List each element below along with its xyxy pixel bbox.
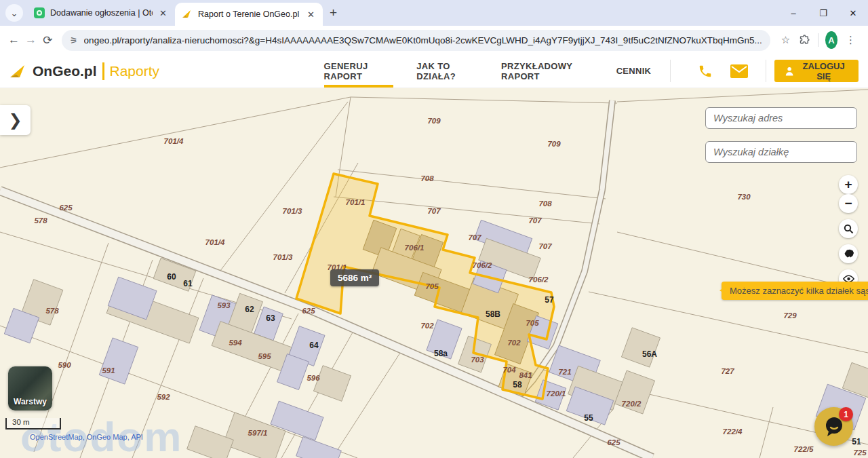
parcel-number-label: 578 — [34, 216, 47, 225]
house-number-label: 58B — [486, 309, 500, 319]
magnifier-icon — [844, 224, 854, 234]
parcel-number-label: 709 — [547, 140, 560, 148]
poland-icon — [843, 248, 854, 259]
parcel-number-label: 702 — [507, 339, 520, 347]
chat-notification-badge: 1 — [839, 407, 853, 421]
main-nav: GENERUJ RAPORT JAK TO DZIAŁA? PRZYKŁADOW… — [324, 54, 652, 88]
parcel-number-label: 706/2 — [529, 275, 549, 284]
ongeo-logo[interactable]: OnGeo.pl Raporty — [0, 54, 178, 88]
parcel-number-label: 703 — [471, 356, 484, 364]
browser-toolbar: ← → ⟳ ⚞ ongeo.pl/raporty/analiza-nieruch… — [0, 26, 868, 54]
house-number-label: 55 — [584, 413, 593, 423]
login-label: ZALOGUJ SIĘ — [800, 61, 848, 81]
mail-icon[interactable] — [730, 64, 748, 78]
logo-divider — [102, 62, 104, 80]
layers-button[interactable]: Warstwy — [8, 366, 52, 411]
back-button[interactable]: ← — [7, 30, 21, 50]
parcel-number-label: 727 — [721, 367, 734, 375]
tab-search-button[interactable]: ⌄ — [5, 4, 23, 22]
search-parcel-input[interactable] — [705, 141, 857, 163]
browser-tab-ongeo[interactable]: Raport o Terenie OnGeo.pl – An ✕ — [175, 3, 323, 26]
parcel-number-label: 721 — [558, 368, 571, 376]
bookmark-star-icon[interactable]: ☆ — [777, 34, 794, 46]
parcel-number-label: 701/1 — [346, 198, 366, 206]
new-tab-button[interactable]: + — [330, 5, 337, 20]
house-number-label: 62 — [245, 305, 254, 314]
parcel-number-label: 591 — [102, 366, 115, 375]
header-divider — [670, 60, 671, 82]
forward-button[interactable]: → — [24, 30, 38, 50]
tab-close-icon[interactable]: ✕ — [306, 8, 316, 21]
parcel-number-label: 702 — [420, 322, 433, 330]
reload-button[interactable]: ⟳ — [41, 30, 55, 50]
parcel-number-label: 592 — [157, 393, 170, 401]
minimize-button[interactable]: – — [778, 0, 808, 26]
poland-extent-button[interactable] — [839, 244, 858, 263]
phone-icon[interactable] — [698, 64, 713, 79]
house-number-label: 57 — [545, 295, 553, 305]
close-button[interactable]: ✕ — [838, 0, 868, 26]
house-number-label: 64 — [309, 341, 318, 350]
address-bar[interactable]: ⚞ ongeo.pl/raporty/analiza-nieruchomosci… — [62, 30, 770, 51]
tab-close-icon[interactable]: ✕ — [158, 7, 168, 20]
parcel-number-label: 701/4 — [164, 137, 184, 145]
browser-tab-strip: ⌄ Dodawanie ogłoszenia | Otodo ✕ Raport … — [0, 0, 868, 26]
parcel-number-label: 841 — [519, 371, 532, 379]
nav-cennik[interactable]: CENNIK — [616, 54, 652, 88]
parcel-number-label: 701/3 — [273, 253, 293, 261]
parcel-number-label: 578 — [45, 307, 58, 315]
ongeo-arrow-icon — [9, 63, 27, 79]
parcel-number-label: 701/3 — [283, 207, 302, 215]
house-number-label: 51 — [852, 437, 861, 446]
parcel-number-label: 707 — [468, 233, 481, 242]
parcel-number-label: 706/2 — [473, 261, 492, 269]
zoom-in-button[interactable]: + — [839, 175, 858, 194]
nav-jak-to-dziala[interactable]: JAK TO DZIAŁA? — [416, 54, 478, 88]
contact-icons — [680, 54, 766, 88]
tab-title: Dodawanie ogłoszenia | Otodo — [50, 8, 153, 18]
url-text[interactable]: ongeo.pl/raporty/analiza-nieruchomosci?&… — [84, 35, 762, 45]
ongeo-favicon — [182, 9, 193, 20]
login-button[interactable]: ZALOGUJ SIĘ — [774, 60, 859, 82]
parcel-number-label: 730 — [737, 193, 750, 201]
parcel-number-label: 701/4 — [205, 238, 225, 246]
site-header: OnGeo.pl Raporty GENERUJ RAPORT JAK TO D… — [0, 54, 868, 88]
restore-button[interactable]: ❐ — [808, 0, 838, 26]
browser-menu-icon[interactable]: ⋮ — [840, 34, 861, 46]
map-canvas[interactable]: 709709708708707707701/4625578701/3701/47… — [0, 88, 868, 458]
parcel-number-label: 625 — [607, 438, 620, 446]
map-search-button[interactable] — [839, 219, 858, 238]
parcel-number-label: 722/4 — [723, 427, 743, 436]
parcel-number-label: 720/2 — [622, 400, 642, 408]
site-settings-icon[interactable]: ⚞ — [70, 35, 78, 45]
logo-suffix: Raporty — [110, 63, 160, 79]
parcel-number-label: 707 — [427, 207, 440, 215]
window-controls: – ❐ ✕ — [778, 0, 868, 26]
parcel-number-label: 708 — [538, 199, 551, 208]
house-number-label: 56A — [642, 349, 657, 359]
multi-select-tooltip: Możesz zaznaczyć kilka działek sąsiadują… — [722, 282, 868, 300]
parcel-number-label: 593 — [217, 301, 230, 309]
profile-avatar[interactable]: A — [825, 31, 837, 49]
parcel-number-label: 707 — [528, 216, 541, 225]
parcel-number-label: 705 — [425, 282, 438, 290]
parcel-number-label: 590 — [58, 361, 71, 369]
nav-przykladowy-raport[interactable]: PRZYKŁADOWY RAPORT — [501, 54, 593, 88]
extensions-puzzle-icon[interactable] — [797, 30, 811, 50]
parcel-area-label: 5686 m² — [330, 269, 379, 286]
parcel-number-label: 708 — [420, 174, 433, 183]
zoom-out-button[interactable]: − — [839, 194, 858, 213]
browser-tab-otodom[interactable]: Dodawanie ogłoszenia | Otodo ✕ — [27, 1, 175, 24]
sidebar-expand-button[interactable]: ❯ — [0, 105, 31, 135]
parcel-number-label: 625 — [59, 204, 72, 212]
house-number-label: 61 — [183, 279, 192, 288]
logo-text: OnGeo.pl — [33, 63, 97, 79]
parcel-number-label: 729 — [783, 311, 796, 320]
search-address-input[interactable] — [705, 107, 857, 129]
parcel-number-label: 625 — [302, 307, 315, 315]
otodom-favicon — [34, 7, 45, 18]
parcel-number-label: 720/1 — [547, 389, 566, 398]
parcel-number-label: 704 — [502, 366, 515, 374]
parcel-number-label: 594 — [229, 339, 241, 347]
nav-generuj-raport[interactable]: GENERUJ RAPORT — [324, 54, 394, 88]
